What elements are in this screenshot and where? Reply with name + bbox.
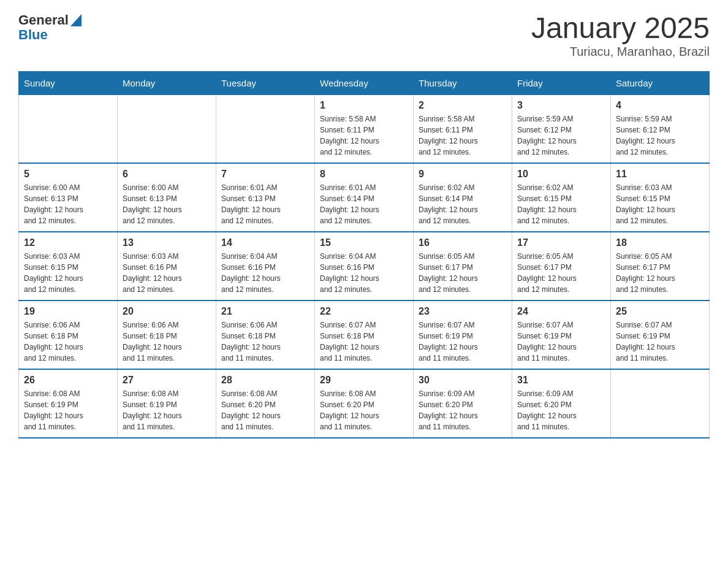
logo-general-text: General [18, 12, 69, 28]
calendar-cell: 16Sunrise: 6:05 AM Sunset: 6:17 PM Dayli… [414, 232, 512, 301]
day-info: Sunrise: 6:03 AM Sunset: 6:15 PM Dayligh… [24, 251, 112, 295]
day-number: 20 [123, 306, 211, 317]
day-number: 27 [123, 375, 211, 386]
calendar-cell: 15Sunrise: 6:04 AM Sunset: 6:16 PM Dayli… [315, 232, 414, 301]
day-number: 16 [419, 237, 507, 248]
calendar-subtitle: Turiacu, Maranhao, Brazil [531, 45, 710, 59]
day-info: Sunrise: 6:06 AM Sunset: 6:18 PM Dayligh… [123, 320, 211, 364]
calendar-cell: 25Sunrise: 6:07 AM Sunset: 6:19 PM Dayli… [611, 301, 710, 369]
day-info: Sunrise: 6:03 AM Sunset: 6:16 PM Dayligh… [123, 251, 211, 295]
calendar-week-row: 5Sunrise: 6:00 AM Sunset: 6:13 PM Daylig… [19, 163, 710, 232]
day-number: 22 [320, 306, 408, 317]
calendar-cell: 6Sunrise: 6:00 AM Sunset: 6:13 PM Daylig… [118, 163, 216, 232]
logo: General Blue [18, 12, 82, 43]
day-info: Sunrise: 6:08 AM Sunset: 6:19 PM Dayligh… [123, 388, 211, 432]
calendar-cell [118, 94, 216, 163]
calendar-cell: 3Sunrise: 5:59 AM Sunset: 6:12 PM Daylig… [512, 94, 611, 163]
day-info: Sunrise: 6:04 AM Sunset: 6:16 PM Dayligh… [320, 251, 408, 295]
day-number: 3 [517, 100, 605, 111]
calendar-cell: 7Sunrise: 6:01 AM Sunset: 6:13 PM Daylig… [216, 163, 315, 232]
calendar-cell: 18Sunrise: 6:05 AM Sunset: 6:17 PM Dayli… [611, 232, 710, 301]
weekday-header: Sunday [19, 71, 118, 94]
day-info: Sunrise: 6:04 AM Sunset: 6:16 PM Dayligh… [221, 251, 309, 295]
day-number: 7 [221, 169, 309, 180]
day-info: Sunrise: 6:06 AM Sunset: 6:18 PM Dayligh… [24, 320, 112, 364]
calendar-week-row: 12Sunrise: 6:03 AM Sunset: 6:15 PM Dayli… [19, 232, 710, 301]
calendar-week-row: 1Sunrise: 5:58 AM Sunset: 6:11 PM Daylig… [19, 94, 710, 163]
day-info: Sunrise: 6:06 AM Sunset: 6:18 PM Dayligh… [221, 320, 309, 364]
day-number: 25 [616, 306, 704, 317]
day-info: Sunrise: 6:01 AM Sunset: 6:13 PM Dayligh… [221, 182, 309, 226]
calendar-cell: 11Sunrise: 6:03 AM Sunset: 6:15 PM Dayli… [611, 163, 710, 232]
calendar-cell: 12Sunrise: 6:03 AM Sunset: 6:15 PM Dayli… [19, 232, 118, 301]
logo-blue-text: Blue [18, 27, 48, 43]
weekday-header: Thursday [414, 71, 512, 94]
calendar-cell: 8Sunrise: 6:01 AM Sunset: 6:14 PM Daylig… [315, 163, 414, 232]
weekday-header: Wednesday [315, 71, 414, 94]
logo-triangle-icon [69, 14, 82, 26]
day-info: Sunrise: 6:03 AM Sunset: 6:15 PM Dayligh… [616, 182, 704, 226]
calendar-cell: 30Sunrise: 6:09 AM Sunset: 6:20 PM Dayli… [414, 369, 512, 438]
day-number: 17 [517, 237, 605, 248]
day-number: 4 [616, 100, 704, 111]
calendar-cell: 24Sunrise: 6:07 AM Sunset: 6:19 PM Dayli… [512, 301, 611, 369]
calendar-cell: 29Sunrise: 6:08 AM Sunset: 6:20 PM Dayli… [315, 369, 414, 438]
calendar-cell: 9Sunrise: 6:02 AM Sunset: 6:14 PM Daylig… [414, 163, 512, 232]
day-info: Sunrise: 6:05 AM Sunset: 6:17 PM Dayligh… [517, 251, 605, 295]
day-info: Sunrise: 6:08 AM Sunset: 6:20 PM Dayligh… [221, 388, 309, 432]
calendar-cell [611, 369, 710, 438]
weekday-header: Friday [512, 71, 611, 94]
day-info: Sunrise: 6:07 AM Sunset: 6:19 PM Dayligh… [517, 320, 605, 364]
day-info: Sunrise: 6:09 AM Sunset: 6:20 PM Dayligh… [517, 388, 605, 432]
day-number: 9 [419, 169, 507, 180]
day-info: Sunrise: 6:00 AM Sunset: 6:13 PM Dayligh… [24, 182, 112, 226]
weekday-header: Tuesday [216, 71, 315, 94]
day-number: 11 [616, 169, 704, 180]
day-number: 29 [320, 375, 408, 386]
calendar-cell: 27Sunrise: 6:08 AM Sunset: 6:19 PM Dayli… [118, 369, 216, 438]
day-number: 24 [517, 306, 605, 317]
calendar-cell: 1Sunrise: 5:58 AM Sunset: 6:11 PM Daylig… [315, 94, 414, 163]
day-info: Sunrise: 6:05 AM Sunset: 6:17 PM Dayligh… [616, 251, 704, 295]
day-info: Sunrise: 6:02 AM Sunset: 6:15 PM Dayligh… [517, 182, 605, 226]
day-number: 19 [24, 306, 112, 317]
calendar-cell: 17Sunrise: 6:05 AM Sunset: 6:17 PM Dayli… [512, 232, 611, 301]
calendar-week-row: 26Sunrise: 6:08 AM Sunset: 6:19 PM Dayli… [19, 369, 710, 438]
calendar-cell: 23Sunrise: 6:07 AM Sunset: 6:19 PM Dayli… [414, 301, 512, 369]
day-info: Sunrise: 6:01 AM Sunset: 6:14 PM Dayligh… [320, 182, 408, 226]
title-block: January 2025 Turiacu, Maranhao, Brazil [531, 12, 710, 59]
calendar-cell: 21Sunrise: 6:06 AM Sunset: 6:18 PM Dayli… [216, 301, 315, 369]
day-number: 31 [517, 375, 605, 386]
calendar-cell [216, 94, 315, 163]
calendar-cell: 2Sunrise: 5:58 AM Sunset: 6:11 PM Daylig… [414, 94, 512, 163]
calendar-cell: 10Sunrise: 6:02 AM Sunset: 6:15 PM Dayli… [512, 163, 611, 232]
day-info: Sunrise: 6:07 AM Sunset: 6:19 PM Dayligh… [419, 320, 507, 364]
day-number: 8 [320, 169, 408, 180]
calendar-cell: 5Sunrise: 6:00 AM Sunset: 6:13 PM Daylig… [19, 163, 118, 232]
day-number: 5 [24, 169, 112, 180]
day-info: Sunrise: 6:09 AM Sunset: 6:20 PM Dayligh… [419, 388, 507, 432]
day-number: 15 [320, 237, 408, 248]
day-info: Sunrise: 6:07 AM Sunset: 6:19 PM Dayligh… [616, 320, 704, 364]
day-number: 21 [221, 306, 309, 317]
day-number: 14 [221, 237, 309, 248]
calendar-cell: 13Sunrise: 6:03 AM Sunset: 6:16 PM Dayli… [118, 232, 216, 301]
calendar-cell: 26Sunrise: 6:08 AM Sunset: 6:19 PM Dayli… [19, 369, 118, 438]
day-info: Sunrise: 6:08 AM Sunset: 6:20 PM Dayligh… [320, 388, 408, 432]
calendar-cell: 31Sunrise: 6:09 AM Sunset: 6:20 PM Dayli… [512, 369, 611, 438]
day-info: Sunrise: 5:58 AM Sunset: 6:11 PM Dayligh… [419, 113, 507, 158]
day-number: 12 [24, 237, 112, 248]
calendar-cell [19, 94, 118, 163]
day-number: 30 [419, 375, 507, 386]
day-info: Sunrise: 5:59 AM Sunset: 6:12 PM Dayligh… [616, 113, 704, 158]
day-info: Sunrise: 6:05 AM Sunset: 6:17 PM Dayligh… [419, 251, 507, 295]
day-number: 28 [221, 375, 309, 386]
calendar-cell: 22Sunrise: 6:07 AM Sunset: 6:18 PM Dayli… [315, 301, 414, 369]
calendar-cell: 20Sunrise: 6:06 AM Sunset: 6:18 PM Dayli… [118, 301, 216, 369]
day-info: Sunrise: 6:07 AM Sunset: 6:18 PM Dayligh… [320, 320, 408, 364]
calendar-cell: 14Sunrise: 6:04 AM Sunset: 6:16 PM Dayli… [216, 232, 315, 301]
day-info: Sunrise: 6:00 AM Sunset: 6:13 PM Dayligh… [123, 182, 211, 226]
day-number: 13 [123, 237, 211, 248]
calendar-cell: 4Sunrise: 5:59 AM Sunset: 6:12 PM Daylig… [611, 94, 710, 163]
weekday-header-row: SundayMondayTuesdayWednesdayThursdayFrid… [19, 71, 710, 94]
